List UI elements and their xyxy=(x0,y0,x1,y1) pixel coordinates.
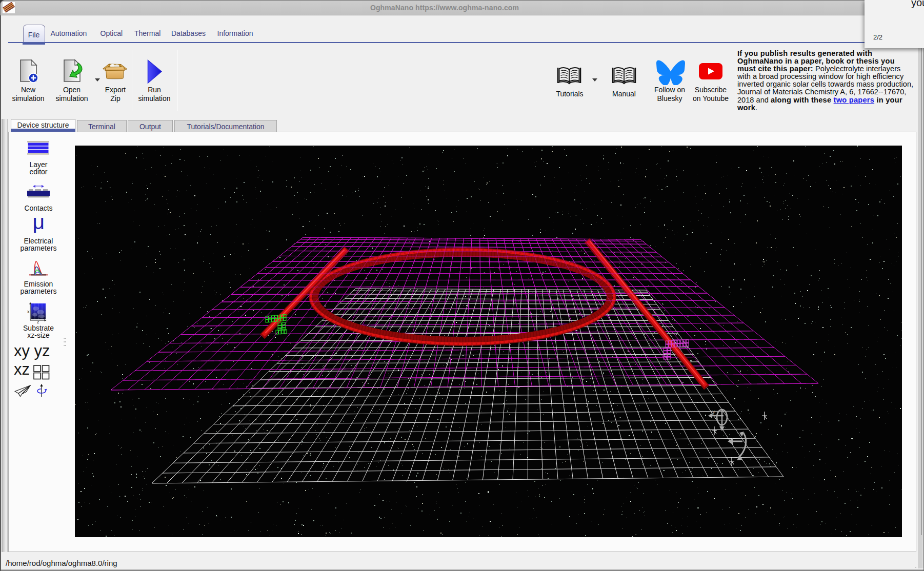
svg-text:x: x xyxy=(27,309,30,314)
svg-text:z: z xyxy=(37,319,39,324)
svg-text:y: y xyxy=(712,409,715,415)
